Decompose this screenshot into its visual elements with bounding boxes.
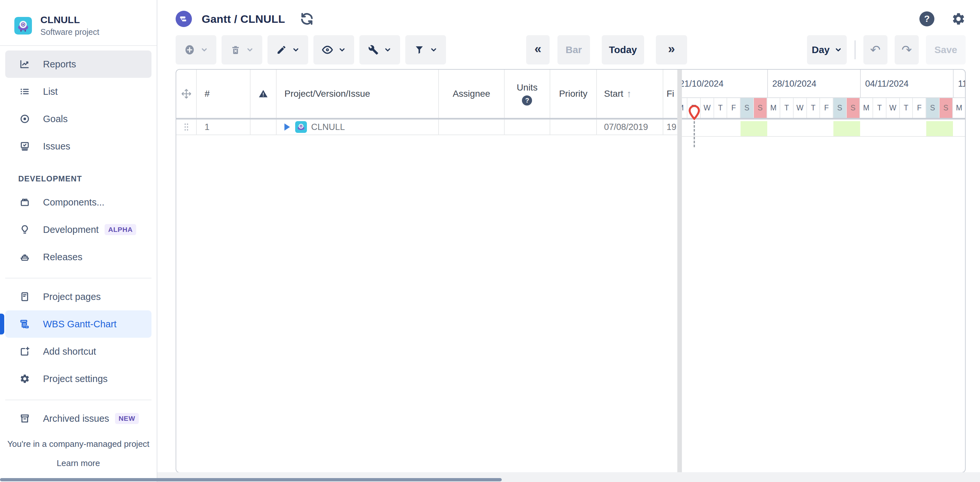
sidebar-item-development[interactable]: Development ALPHA — [5, 216, 151, 243]
sidebar-item-releases[interactable]: Releases — [5, 243, 151, 270]
today-pin-icon — [687, 105, 702, 121]
timeline-weekend-day-cell: S — [754, 98, 767, 118]
timeline-week-label: 21/10/2024 — [682, 70, 767, 98]
timeline-week-label: 11/ — [953, 70, 965, 98]
sidebar-item-add-shortcut[interactable]: Add shortcut — [5, 338, 151, 365]
gear-icon — [19, 374, 30, 384]
pane-splitter[interactable] — [677, 70, 682, 472]
timeline-day-cell: T — [900, 98, 913, 118]
sidebar-item-goals[interactable]: Goals — [5, 105, 151, 132]
undo-icon: ↶ — [870, 43, 881, 57]
chevron-down-icon — [338, 46, 346, 54]
timeline-nav-group: « Bar Today » — [526, 35, 687, 65]
app-root: CLNULL Software project Reports List — [0, 0, 980, 482]
sidebar-item-components[interactable]: Components... — [5, 189, 151, 216]
sidebar-divider — [5, 399, 151, 400]
timeline-weekend-day-cell: S — [926, 98, 940, 118]
sidebar-nav: Reports List Goals Issues DEVELOP — [0, 46, 157, 432]
sidebar-item-reports[interactable]: Reports — [5, 51, 151, 78]
row-issue-cell[interactable]: CLNULL — [277, 119, 439, 135]
column-header-number[interactable]: # — [197, 70, 251, 118]
horizontal-scrollbar[interactable] — [0, 478, 502, 481]
filter-funnel-icon — [414, 45, 425, 55]
learn-more-link[interactable]: Learn more — [57, 458, 100, 468]
row-start-cell[interactable]: 07/08/2019 — [597, 119, 663, 135]
alpha-badge: ALPHA — [105, 224, 136, 235]
gantt-page-header: Gantt / CLNULL ? — [176, 5, 966, 33]
column-header-assignee[interactable]: Assignee — [439, 70, 505, 118]
toolbar-divider — [854, 40, 856, 59]
non-working-day-cell — [834, 121, 847, 136]
row-assignee-cell[interactable] — [439, 119, 505, 135]
redo-button[interactable]: ↷ — [895, 35, 919, 65]
timeline-week-label: 04/11/2024 — [860, 70, 953, 98]
pencil-icon — [276, 45, 287, 55]
column-header-warning[interactable] — [251, 70, 277, 118]
page-icon — [19, 291, 30, 302]
help-icon[interactable]: ? — [920, 11, 934, 26]
add-issue-button[interactable] — [176, 35, 216, 65]
gantt-timeline: 21/10/202428/10/202404/11/202411/ MTWTFS… — [682, 70, 965, 472]
timeline-day-cell: W — [886, 98, 900, 118]
scroll-back-button[interactable]: « — [526, 35, 550, 65]
timeline-day-cell: W — [701, 98, 714, 118]
zoom-scale-dropdown[interactable]: Day — [807, 35, 847, 65]
timeline-day-cell: M — [767, 98, 781, 118]
sidebar-item-archived-issues[interactable]: Archived issues NEW — [5, 405, 151, 432]
issues-icon — [19, 141, 30, 151]
settings-gear-icon[interactable] — [951, 12, 966, 26]
sidebar-item-label: Project settings — [43, 374, 108, 384]
lightbulb-icon — [19, 224, 30, 235]
timeline-day-row: MTWTFSSMTWTFSSMTWTFSSMT — [682, 98, 965, 119]
tools-button[interactable] — [360, 35, 400, 65]
column-header-priority[interactable]: Priority — [550, 70, 597, 118]
column-header-units[interactable]: Units ? — [505, 70, 550, 118]
column-header-finish[interactable]: Fi — [663, 70, 677, 118]
sidebar-divider — [5, 278, 151, 278]
column-drag-handle[interactable] — [176, 70, 197, 118]
sidebar-item-project-pages[interactable]: Project pages — [5, 283, 151, 310]
gantt-card: # Project/Version/Issue Assignee Units ?… — [176, 69, 966, 473]
project-name: CLNULL — [40, 14, 99, 25]
filter-button[interactable] — [405, 35, 446, 65]
view-options-button[interactable] — [313, 35, 354, 65]
sidebar-item-label: WBS Gantt-Chart — [43, 319, 117, 329]
sidebar-item-label: Components... — [43, 197, 105, 208]
project-header: CLNULL Software project — [0, 0, 157, 37]
trash-icon — [230, 45, 241, 55]
sidebar-item-project-settings[interactable]: Project settings — [5, 365, 151, 393]
sidebar-section-development: DEVELOPMENT — [0, 160, 157, 189]
timeline-day-cell: T — [807, 98, 820, 118]
undo-button[interactable]: ↶ — [863, 35, 888, 65]
expand-arrow-icon[interactable] — [285, 123, 290, 130]
page-title: Gantt / CLNULL — [202, 13, 285, 25]
column-header-issue[interactable]: Project/Version/Issue — [277, 70, 439, 118]
delete-issue-button[interactable] — [221, 35, 262, 65]
redo-icon: ↷ — [902, 43, 912, 57]
refresh-icon[interactable] — [299, 11, 315, 27]
save-button[interactable]: Save — [926, 35, 966, 65]
table-row[interactable]: 1 CLNULL — [176, 119, 677, 135]
selected-indicator — [0, 313, 4, 334]
edit-button[interactable] — [267, 35, 308, 65]
eye-icon — [322, 44, 333, 56]
row-drag-handle[interactable] — [176, 119, 197, 135]
row-units-cell[interactable] — [505, 119, 550, 135]
wbs-gantt-logo-icon — [176, 11, 192, 27]
today-button[interactable]: Today — [602, 35, 644, 65]
chevron-down-icon — [384, 46, 391, 54]
timeline-day-cell: F — [727, 98, 741, 118]
sidebar-item-issues[interactable]: Issues — [5, 132, 151, 160]
units-help-icon[interactable]: ? — [522, 95, 532, 105]
scroll-forward-button[interactable]: » — [656, 35, 687, 65]
double-chevron-right-icon: » — [668, 42, 675, 58]
timeline-weekend-day-cell: S — [940, 98, 953, 118]
column-header-start[interactable]: Start ↑ — [597, 70, 663, 118]
timeline-weekend-day-cell: S — [834, 98, 847, 118]
sidebar-item-list[interactable]: List — [5, 78, 151, 105]
row-priority-cell[interactable] — [550, 119, 597, 135]
row-finish-cell[interactable]: 19 — [663, 119, 677, 135]
sidebar-item-wbs-gantt-chart[interactable]: WBS Gantt-Chart — [5, 310, 151, 338]
bar-button[interactable]: Bar — [557, 35, 590, 65]
timeline-week-row: 21/10/202428/10/202404/11/202411/ — [682, 70, 965, 98]
